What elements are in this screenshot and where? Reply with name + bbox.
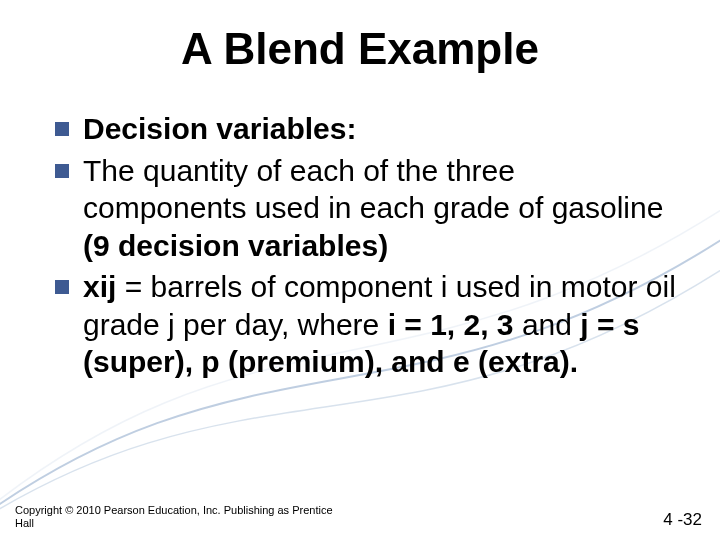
square-bullet-icon bbox=[55, 164, 69, 178]
slide-body: Decision variables: The quantity of each… bbox=[55, 110, 680, 385]
slide-title: A Blend Example bbox=[0, 24, 720, 74]
bullet-xij: xij = barrels of component i used in mot… bbox=[55, 268, 680, 381]
bullet-text: and bbox=[514, 308, 581, 341]
bullet-text: Decision variables: bbox=[83, 112, 356, 145]
bullet-decision-variables: Decision variables: bbox=[55, 110, 680, 148]
bullet-text: The quantity of each of the three compon… bbox=[83, 154, 663, 225]
bullet-text-bold: xij bbox=[83, 270, 116, 303]
square-bullet-icon bbox=[55, 122, 69, 136]
slide: A Blend Example Decision variables: The … bbox=[0, 0, 720, 540]
page-number: 4 -32 bbox=[663, 510, 702, 530]
bullet-quantity: The quantity of each of the three compon… bbox=[55, 152, 680, 265]
bullet-text-bold: i = 1, 2, 3 bbox=[388, 308, 514, 341]
copyright-footer: Copyright © 2010 Pearson Education, Inc.… bbox=[15, 504, 335, 530]
square-bullet-icon bbox=[55, 280, 69, 294]
bullet-text-bold: (9 decision variables) bbox=[83, 229, 388, 262]
